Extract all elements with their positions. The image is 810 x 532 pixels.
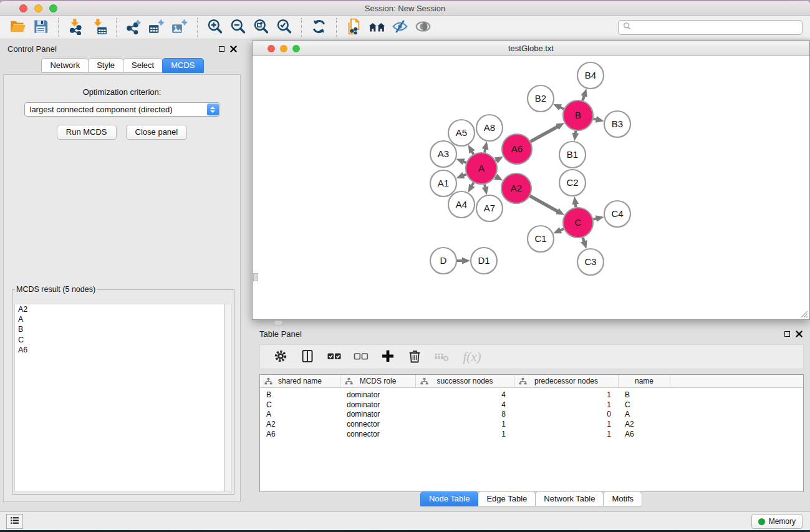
first-neighbors-button[interactable] (365, 17, 388, 37)
export-table-button[interactable] (145, 17, 168, 37)
node-A3[interactable]: A3 (430, 141, 456, 167)
window-resize-grip[interactable] (799, 309, 808, 318)
close-table-panel-icon[interactable] (796, 331, 803, 337)
edge-A-A8[interactable] (485, 148, 485, 152)
node-A2[interactable]: A2 (501, 173, 531, 203)
tab-node-table[interactable]: Node Table (420, 491, 479, 506)
result-list-item[interactable]: A2 (15, 304, 224, 314)
tab-network-table[interactable]: Network Table (535, 491, 604, 506)
node-B3[interactable]: B3 (604, 111, 630, 137)
edge-A-A3[interactable] (463, 162, 466, 163)
zoom-fit-button[interactable] (249, 17, 272, 37)
node-A7[interactable]: A7 (476, 195, 503, 221)
node-D1[interactable]: D1 (471, 248, 497, 274)
edge-A-A5[interactable] (472, 152, 474, 155)
birds-eye-handle[interactable] (253, 273, 258, 281)
node-C2[interactable]: C2 (559, 170, 586, 196)
node-A6[interactable]: A6 (502, 134, 532, 164)
zoom-selected-button[interactable] (272, 17, 296, 37)
tab-style[interactable]: Style (88, 58, 123, 73)
export-network-button[interactable] (122, 17, 145, 37)
table-row[interactable]: Adominator80A (260, 409, 803, 419)
task-history-button[interactable] (6, 514, 23, 529)
edge-A-A4[interactable] (471, 183, 473, 186)
tab-edge-table[interactable]: Edge Table (478, 491, 536, 506)
select-all-rows-button[interactable] (324, 347, 345, 367)
result-list-item[interactable]: A6 (15, 345, 224, 355)
node-C3[interactable]: C3 (577, 249, 604, 275)
node-B2[interactable]: B2 (528, 85, 554, 112)
edge-B-B2[interactable] (560, 107, 564, 109)
table-row[interactable]: A6connector11A6 (260, 429, 803, 439)
memory-button[interactable]: Memory (751, 514, 803, 529)
tab-network[interactable]: Network (41, 58, 89, 73)
import-table-button[interactable] (87, 17, 110, 37)
edge-A-A7[interactable] (485, 184, 485, 187)
table-row[interactable]: Bdominator41B (260, 390, 803, 400)
node-table[interactable]: shared nameMCDS rolesuccessor nodesprede… (259, 374, 804, 492)
tab-select[interactable]: Select (123, 58, 163, 73)
search-input[interactable] (635, 23, 798, 32)
column-header-shared-name[interactable]: shared name (260, 375, 340, 387)
node-B4[interactable]: B4 (577, 62, 604, 89)
close-panel-icon[interactable] (230, 46, 237, 52)
float-table-panel-icon[interactable] (784, 331, 790, 337)
result-list-item[interactable]: A (15, 314, 224, 324)
splitter-handle[interactable] (274, 321, 282, 326)
zoom-out-button[interactable] (226, 17, 249, 37)
network-canvas[interactable]: B4B2BB3A8A5A6A3B1AC2A1A2A4A7C4CC1DD1C3 (253, 56, 809, 319)
new-network-from-selection-button[interactable] (342, 17, 365, 37)
hide-selected-button[interactable] (388, 17, 412, 37)
result-scrollbar[interactable] (224, 304, 232, 492)
zoom-in-button[interactable] (203, 17, 226, 37)
edge-B-B4[interactable] (582, 95, 584, 100)
edge-C-C3[interactable] (583, 238, 584, 242)
node-A4[interactable]: A4 (448, 191, 475, 218)
edge-B-B3[interactable] (593, 118, 596, 119)
edge-B-B1[interactable] (576, 131, 576, 134)
edge-A6-B[interactable] (531, 127, 558, 142)
save-session-button[interactable] (29, 17, 52, 37)
show-columns-button[interactable] (297, 347, 318, 367)
tab-motifs[interactable]: Motifs (603, 491, 642, 506)
search-box[interactable] (618, 20, 803, 35)
refresh-layout-button[interactable] (307, 17, 330, 37)
mcds-result-list[interactable]: A2ABCA6 (14, 304, 224, 492)
edge-C-C4[interactable] (593, 218, 596, 219)
edge-C-C2[interactable] (576, 204, 576, 208)
open-session-button[interactable] (6, 17, 29, 37)
criterion-dropdown[interactable]: largest connected component (directed) (24, 102, 220, 117)
column-header-predecessor-nodes[interactable]: predecessor nodes (514, 375, 619, 387)
float-panel-icon[interactable] (219, 46, 224, 52)
table-settings-button[interactable] (270, 347, 291, 367)
column-header-name[interactable]: name (619, 375, 670, 387)
node-C[interactable]: C (563, 208, 593, 238)
edge-A2-C[interactable] (530, 196, 558, 211)
tab-mcds[interactable]: MCDS (162, 58, 203, 73)
deselect-all-rows-button[interactable] (350, 347, 372, 367)
node-A8[interactable]: A8 (476, 115, 503, 141)
result-list-item[interactable]: C (15, 335, 224, 345)
edge-A-A2[interactable] (496, 177, 496, 177)
column-header-successor-nodes[interactable]: successor nodes (416, 375, 514, 387)
edge-A-A6[interactable] (496, 160, 497, 161)
column-header-MCDS-role[interactable]: MCDS role (340, 375, 416, 387)
close-panel-button[interactable]: Close panel (126, 125, 188, 140)
result-list-item[interactable]: B (15, 324, 224, 334)
node-C4[interactable]: C4 (604, 201, 630, 227)
node-B1[interactable]: B1 (559, 142, 586, 168)
table-row[interactable]: A2connector11A2 (260, 419, 803, 429)
run-mcds-button[interactable]: Run MCDS (57, 125, 117, 140)
node-D[interactable]: D (430, 248, 456, 274)
show-all-button[interactable] (412, 17, 435, 37)
node-B[interactable]: B (563, 100, 593, 130)
export-image-button[interactable] (168, 17, 191, 37)
edge-A-A1[interactable] (463, 175, 466, 176)
node-A5[interactable]: A5 (448, 120, 475, 146)
delete-column-button[interactable] (404, 347, 425, 367)
add-column-button[interactable] (377, 347, 398, 367)
node-A[interactable]: A (466, 153, 497, 184)
node-A1[interactable]: A1 (430, 170, 456, 196)
table-row[interactable]: Cdominator41C (260, 400, 803, 410)
edge-C-C1[interactable] (560, 229, 564, 231)
